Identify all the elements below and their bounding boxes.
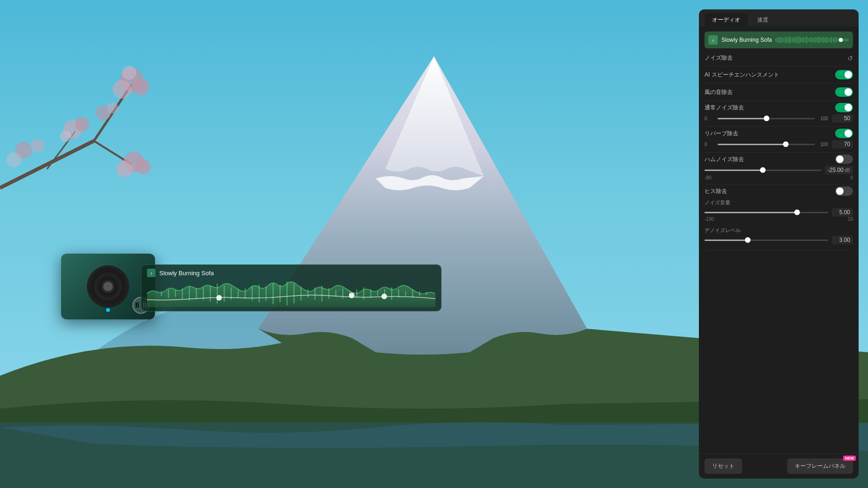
svg-rect-80 — [789, 36, 790, 44]
svg-rect-45 — [266, 287, 267, 301]
waveform-canvas[interactable] — [147, 280, 435, 307]
svg-rect-75 — [781, 38, 782, 42]
svg-rect-34 — [189, 287, 190, 301]
svg-rect-86 — [798, 36, 799, 44]
noise-removal-label: ノイズ除去 — [705, 54, 733, 62]
noise-amount-slider-row: 5.00 — [705, 208, 853, 217]
wind-removal-label: 風の音除去 — [705, 88, 733, 96]
svg-rect-63 — [391, 287, 392, 300]
svg-point-69 — [217, 295, 222, 301]
svg-rect-65 — [405, 291, 406, 296]
noise-amount-slider[interactable] — [705, 212, 828, 213]
slider-thumb[interactable] — [764, 116, 769, 121]
reset-button[interactable]: リセット — [705, 458, 742, 474]
svg-rect-97 — [816, 38, 817, 42]
denoise-level-section: デノイズレベル 3.00 — [705, 224, 853, 246]
toggle-knob — [845, 88, 852, 96]
svg-rect-88 — [802, 38, 803, 42]
denoise-slider[interactable] — [705, 240, 828, 241]
svg-rect-74 — [779, 37, 780, 43]
panel-music-icon: ♪ — [708, 35, 718, 45]
svg-rect-72 — [775, 39, 776, 42]
svg-rect-51 — [308, 289, 309, 298]
toggle-knob — [845, 71, 852, 78]
common-noise-toggle[interactable] — [835, 103, 853, 112]
tab-speed[interactable]: 速度 — [750, 13, 776, 27]
refresh-icon[interactable]: ↺ — [847, 54, 853, 62]
reverb-removal-section: リバーブ除去 0 100 70 — [705, 127, 853, 153]
hum-slider[interactable] — [705, 170, 821, 171]
hiss-removal-toggle[interactable] — [835, 186, 853, 196]
svg-rect-41 — [238, 289, 239, 298]
noise-amount-section: ノイズ音量 5.00 -100 10 — [705, 196, 853, 224]
svg-rect-116 — [848, 39, 849, 41]
indicator-dot — [106, 308, 110, 312]
wind-removal-toggle[interactable] — [835, 87, 853, 97]
slider-fill — [705, 240, 748, 241]
slider-thumb[interactable] — [794, 209, 800, 215]
reverb-removal-label: リバーブ除去 — [705, 130, 738, 138]
reverb-removal-row: リバーブ除去 — [705, 129, 853, 138]
svg-rect-107 — [833, 38, 834, 42]
hum-removal-row: ハムノイズ除去 — [705, 155, 853, 164]
svg-point-24 — [101, 280, 115, 293]
common-noise-section: 通常ノイズ除去 0 100 50 — [705, 101, 853, 127]
ai-speech-row: AI スピーチエンハンスメント — [705, 66, 853, 84]
svg-rect-106 — [831, 37, 832, 43]
svg-rect-46 — [272, 283, 273, 304]
svg-rect-38 — [217, 284, 218, 303]
hum-removal-label: ハムノイズ除去 — [705, 155, 744, 163]
noise-amount-value: 5.00 — [832, 208, 853, 217]
svg-rect-77 — [784, 38, 785, 42]
svg-rect-99 — [820, 37, 821, 43]
noise-amount-label: ノイズ音量 — [705, 200, 730, 205]
common-noise-label: 通常ノイズ除去 — [705, 104, 744, 112]
waveform-track: ♪ Slowly Burning Sofa — [141, 264, 442, 311]
svg-rect-79 — [787, 38, 788, 42]
slider-thumb[interactable] — [783, 141, 789, 147]
svg-rect-87 — [800, 37, 801, 43]
svg-rect-50 — [301, 287, 302, 301]
common-noise-row: 通常ノイズ除去 — [705, 103, 853, 112]
svg-rect-48 — [287, 282, 287, 305]
svg-rect-82 — [792, 38, 793, 42]
hum-removal-toggle[interactable] — [835, 155, 853, 164]
common-noise-slider[interactable] — [718, 118, 815, 119]
svg-rect-98 — [818, 37, 819, 43]
hum-value: -25.00 — [828, 167, 844, 173]
svg-point-117 — [839, 38, 843, 42]
slider-fill — [718, 118, 767, 119]
tab-audio[interactable]: オーディオ — [705, 13, 748, 27]
svg-rect-81 — [790, 37, 791, 43]
reverb-slider[interactable] — [718, 144, 815, 145]
slider-thumb[interactable] — [745, 237, 751, 243]
svg-rect-66 — [412, 289, 413, 298]
svg-point-71 — [381, 294, 387, 299]
reverb-slider-row: 0 100 70 — [705, 140, 853, 148]
panel-track-title: Slowly Burning Sofa — [721, 37, 772, 43]
slider-fill — [705, 170, 763, 171]
hum-slider-row: -25.00 dB — [705, 166, 853, 174]
music-icon: ♪ — [147, 269, 155, 277]
svg-rect-92 — [808, 39, 809, 42]
keyframe-button[interactable]: キーフレームパネル NEW — [787, 458, 853, 474]
svg-rect-54 — [328, 288, 329, 299]
slider-fill — [718, 144, 786, 145]
slider-thumb[interactable] — [760, 167, 766, 173]
hum-max-label: 0 — [850, 175, 853, 180]
svg-rect-56 — [342, 288, 343, 299]
panel-tabs: オーディオ 速度 — [699, 9, 859, 27]
svg-rect-32 — [175, 290, 176, 297]
reverb-removal-toggle[interactable] — [835, 129, 853, 138]
svg-rect-53 — [321, 286, 322, 302]
noise-amount-labels: -100 10 — [705, 217, 853, 222]
svg-rect-60 — [370, 289, 371, 298]
ai-speech-toggle[interactable] — [835, 70, 853, 79]
svg-rect-102 — [825, 38, 826, 42]
hiss-removal-row: ヒス除去 — [705, 186, 853, 196]
slider-max: 100 — [819, 116, 828, 121]
slider-value: 50 — [832, 114, 853, 123]
panel-content: ノイズ除去 ↺ AI スピーチエンハンスメント 風の音除去 通常ノイズ除去 — [699, 50, 859, 453]
denoise-value: 3.00 — [832, 236, 853, 244]
svg-point-25 — [105, 284, 111, 289]
